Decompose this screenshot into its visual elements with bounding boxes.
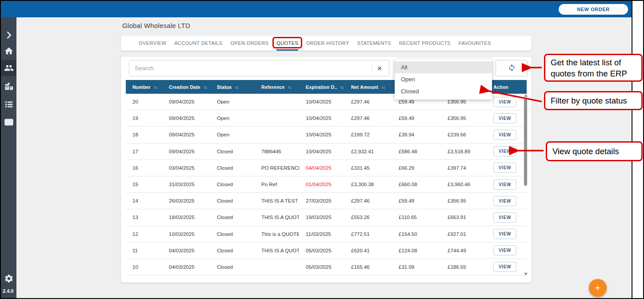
scrollbar-up-icon[interactable] <box>524 94 528 97</box>
cell-expiration-date: 05/03/2025 <box>299 264 344 270</box>
cell-status: Closed <box>210 264 255 270</box>
sort-icon[interactable]: ↑↓ <box>288 85 292 90</box>
cell-action: VIEW <box>487 179 527 190</box>
new-order-button[interactable]: NEW ORDER <box>559 4 628 15</box>
cell-action: VIEW <box>487 196 527 206</box>
scrollbar-thumb[interactable] <box>524 99 527 186</box>
cell-amount-2: £660.08 <box>392 182 441 187</box>
cell-reference: 7886445 <box>255 149 299 154</box>
cell-expiration-date: 10/04/2025 <box>299 116 344 121</box>
add-fab-button[interactable]: + <box>589 279 607 297</box>
view-button[interactable]: VIEW <box>493 229 516 239</box>
expand-icon[interactable] <box>4 30 14 40</box>
cell-action: VIEW <box>487 245 527 255</box>
close-x-icon[interactable]: × <box>373 60 386 76</box>
cell-status: Closed <box>210 231 255 237</box>
view-button[interactable]: VIEW <box>493 146 516 156</box>
cell-creation-date: 09/04/2025 <box>162 149 210 154</box>
view-button[interactable]: VIEW <box>493 262 516 272</box>
status-option-all[interactable]: All <box>395 61 492 73</box>
page-title: Global Wholesale LTD <box>122 22 190 29</box>
cell-net-amount: £297.46 <box>344 198 392 203</box>
cell-reference: Po Ref <box>255 182 299 187</box>
tab-account-details[interactable]: ACCOUNT DETAILS <box>174 36 222 51</box>
view-button[interactable]: VIEW <box>493 245 516 255</box>
app-version: 2.4.0 <box>3 288 13 294</box>
cell-status: Open <box>210 132 255 137</box>
cell-amount-3: £356.95 <box>441 116 487 121</box>
cell-amount-2: £586.48 <box>392 149 441 154</box>
callout-refresh: Get the latest list of quotes from the E… <box>544 54 643 82</box>
sort-icon[interactable]: ↑↓ <box>154 85 157 90</box>
view-button[interactable]: VIEW <box>493 196 516 206</box>
home-icon[interactable] <box>4 46 14 56</box>
table-row: 1004/03/2025Closed05/03/2025£155.46£31.0… <box>126 259 527 275</box>
table-row: 1809/04/2025Open10/04/2025£199.72£39.94£… <box>126 127 527 143</box>
view-button[interactable]: VIEW <box>493 130 516 140</box>
sort-icon[interactable]: ↑↓ <box>204 85 207 90</box>
cell-creation-date: 09/04/2025 <box>162 116 210 121</box>
cell-net-amount: £331.45 <box>344 165 392 171</box>
search-input[interactable] <box>129 60 369 76</box>
sort-icon[interactable]: ↑↓ <box>340 85 344 90</box>
cell-amount-3: £3,518.89 <box>441 149 487 154</box>
status-option-closed[interactable]: Closed <box>395 85 492 97</box>
customers-icon[interactable] <box>4 63 14 73</box>
settings-icon[interactable] <box>4 273 14 283</box>
cell-amount-2: £66.29 <box>392 165 441 171</box>
tab-statements[interactable]: STATEMENTS <box>357 36 391 51</box>
cell-amount-2: £59.49 <box>392 116 441 121</box>
cell-amount-3: £663.91 <box>441 215 487 220</box>
tab-quotes[interactable]: QUOTES <box>276 36 298 51</box>
cell-reference: THIS IS A TEST <box>255 198 299 203</box>
table-row: 1909/04/2025Open10/04/2025£297.46£59.49£… <box>126 110 527 127</box>
app-window: NEW ORDER <box>1 1 632 298</box>
tab-recent-products[interactable]: RECENT PRODUCTS <box>399 36 451 51</box>
sort-icon[interactable]: ↑↓ <box>235 85 238 90</box>
column-header-reference[interactable]: Reference↑↓ <box>255 84 299 90</box>
cell-action: VIEW <box>487 163 527 173</box>
cell-expiration-date: 10/04/2025 <box>299 149 344 154</box>
messages-icon[interactable] <box>4 117 14 127</box>
cell-creation-date: 09/04/2025 <box>162 132 210 137</box>
refresh-button[interactable] <box>496 60 528 76</box>
column-header-number[interactable]: Number↑↓ <box>126 84 162 90</box>
column-header-expiration-d[interactable]: Expiration D..↑↓ <box>299 84 344 90</box>
callout-filter: Filter by quote status <box>544 91 643 110</box>
cell-net-amount: £620.41 <box>344 248 392 253</box>
cell-number: 11 <box>126 248 162 253</box>
tab-order-history[interactable]: ORDER HISTORY <box>306 36 349 51</box>
table-row: 1426/03/2025ClosedTHIS IS A TEST27/03/20… <box>126 193 527 209</box>
cell-action: VIEW <box>487 212 527 223</box>
sort-icon[interactable]: ↑↓ <box>381 85 385 90</box>
tab-overview[interactable]: OVERVIEW <box>139 36 166 51</box>
column-header-creation-date[interactable]: Creation Date↑↓ <box>162 84 210 90</box>
view-button[interactable]: VIEW <box>493 97 516 107</box>
table-scrollbar[interactable] <box>524 94 528 275</box>
table-row: 1531/03/2025ClosedPo Ref01/04/2025£3,300… <box>126 176 527 193</box>
search-box: × <box>129 60 389 76</box>
scrollbar-down-icon[interactable] <box>524 273 528 275</box>
orders-list-icon[interactable] <box>4 99 14 109</box>
tab-favourites[interactable]: FAVOURITES <box>459 36 491 51</box>
column-header-status[interactable]: Status↑↓ <box>210 84 255 90</box>
sidebar: 2.4.0 <box>1 17 16 298</box>
view-button[interactable]: VIEW <box>493 179 516 190</box>
view-button[interactable]: VIEW <box>493 212 516 223</box>
view-button[interactable]: VIEW <box>493 113 516 124</box>
sync-refresh-icon <box>508 64 516 73</box>
view-button[interactable]: VIEW <box>493 163 516 173</box>
status-option-open[interactable]: Open <box>395 73 492 85</box>
screenshot-canvas: NEW ORDER <box>0 0 644 299</box>
cell-status: Closed <box>210 182 255 187</box>
cell-amount-2: £110.65 <box>392 215 441 220</box>
cell-creation-date: 04/03/2025 <box>162 248 210 253</box>
cell-number: 15 <box>126 182 162 187</box>
column-header-net-amount[interactable]: Net Amount↑↓ <box>344 84 392 90</box>
products-icon[interactable] <box>4 81 14 92</box>
cell-creation-date: 04/03/2025 <box>162 264 210 270</box>
tab-open-orders[interactable]: OPEN ORDERS <box>231 36 269 51</box>
cell-creation-date: 10/03/2025 <box>162 231 210 237</box>
cell-number: 20 <box>126 99 162 104</box>
cell-number: 17 <box>126 149 162 154</box>
